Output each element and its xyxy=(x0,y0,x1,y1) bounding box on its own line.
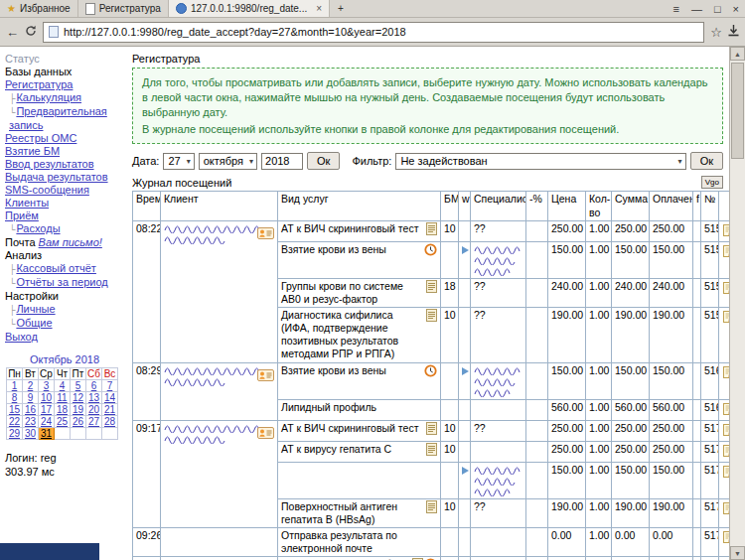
new-tab-button[interactable]: + xyxy=(330,0,352,17)
back-button[interactable]: ← xyxy=(6,26,19,39)
sidebar-item-label[interactable]: Калькуляция xyxy=(16,91,81,103)
calendar-day-cell[interactable]: 28 xyxy=(102,416,118,428)
calendar-day-link[interactable]: 5 xyxy=(75,380,81,391)
day-select[interactable]: 27 ▾ xyxy=(163,153,194,170)
calendar-day-link[interactable]: 26 xyxy=(73,416,83,427)
date-ok-button[interactable]: Ок xyxy=(307,152,340,170)
sidebar-item-label[interactable]: Личные xyxy=(16,303,55,315)
edit-visit-button[interactable] xyxy=(722,464,729,479)
sidebar-item-lichnye[interactable]: ├Личные xyxy=(5,303,124,317)
vgo-button[interactable]: Vgo xyxy=(701,176,723,189)
sidebar-item-label[interactable]: Общие xyxy=(16,317,52,329)
calendar-day-cell[interactable]: 17 xyxy=(39,404,55,416)
sidebar-item-klienty[interactable]: Клиенты xyxy=(5,197,124,210)
calendar-day-cell[interactable]: 11 xyxy=(55,392,71,404)
sidebar-item-vzyatie-bm[interactable]: Взятие БМ xyxy=(5,145,124,158)
calendar-day-link[interactable]: 15 xyxy=(9,404,20,415)
calendar-day-link[interactable]: 12 xyxy=(73,392,83,403)
sidebar-item-otchyoty-za-period[interactable]: └Отчёты за период xyxy=(5,276,124,290)
calendar-day-cell[interactable]: 31 xyxy=(39,428,55,440)
sidebar-item-label[interactable]: Расходы xyxy=(16,222,60,234)
edit-visit-button[interactable] xyxy=(722,309,729,324)
filter-ok-button[interactable]: Ок xyxy=(690,152,723,170)
sidebar-item-rashody[interactable]: └Расходы xyxy=(5,222,124,236)
calendar-day-link[interactable]: 23 xyxy=(25,416,36,427)
sidebar-item-kalkulyaciya[interactable]: ├Калькуляция xyxy=(5,91,124,105)
sidebar-item-vyhod[interactable]: Выход xyxy=(5,331,124,344)
calendar-day-link[interactable]: 14 xyxy=(104,392,115,403)
calendar-day-cell[interactable]: 13 xyxy=(86,392,102,404)
calendar-day-cell[interactable]: 6 xyxy=(86,380,102,392)
calendar-day-link[interactable]: 8 xyxy=(12,392,18,403)
calendar-day-link[interactable]: 9 xyxy=(28,392,34,403)
calendar-day-link[interactable]: 30 xyxy=(25,428,36,439)
calendar-day-link[interactable]: 11 xyxy=(57,392,67,403)
calendar-day-link[interactable]: 2 xyxy=(28,380,34,391)
calendar-day-cell[interactable]: 23 xyxy=(23,416,39,428)
sidebar-item-label[interactable]: SMS-сообщения xyxy=(5,184,89,196)
calendar-day-link[interactable]: 4 xyxy=(60,380,66,391)
edit-visit-button[interactable] xyxy=(722,280,729,295)
sidebar-item-label[interactable]: Клиенты xyxy=(5,197,49,209)
calendar-day-link[interactable]: 3 xyxy=(44,380,50,391)
download-icon[interactable] xyxy=(728,25,739,39)
edit-visit-button[interactable] xyxy=(722,422,729,437)
sidebar-item-label[interactable]: Ввод результатов xyxy=(5,158,94,170)
calendar-day-link[interactable]: 6 xyxy=(91,380,97,391)
sidebar-item-label[interactable]: Реестры ОМС xyxy=(5,132,76,144)
bookmark-star-icon[interactable]: ☆ xyxy=(710,26,722,39)
calendar-day-link[interactable]: 20 xyxy=(88,404,99,415)
calendar-day-link[interactable]: 13 xyxy=(88,392,99,403)
edit-visit-button[interactable] xyxy=(722,222,729,237)
calendar-day-cell[interactable]: 26 xyxy=(71,416,86,428)
vertical-scrollbar[interactable]: ▲ ▼ xyxy=(729,47,745,560)
edit-visit-button[interactable] xyxy=(722,401,729,416)
calendar-day-cell[interactable]: 29 xyxy=(7,428,23,440)
sidebar-item-registratura[interactable]: Регистратура xyxy=(5,78,124,91)
maximize-button[interactable]: □ xyxy=(708,0,727,17)
tab-registratura[interactable]: Регистратура xyxy=(78,0,169,17)
calendar-day-cell[interactable]: 16 xyxy=(23,404,39,416)
calendar-day-link[interactable]: 10 xyxy=(41,392,52,403)
edit-visit-button[interactable] xyxy=(722,443,729,458)
calendar-day-link[interactable]: 27 xyxy=(88,416,99,427)
sidebar-item-label[interactable]: Выдача результатов xyxy=(5,171,108,183)
edit-visit-button[interactable] xyxy=(722,364,729,379)
edit-visit-button[interactable] xyxy=(722,243,729,258)
calendar-day-cell[interactable]: 21 xyxy=(102,404,118,416)
close-tab-icon[interactable]: × xyxy=(316,3,322,14)
calendar-day-link[interactable]: 19 xyxy=(73,404,83,415)
sidebar-item-label[interactable]: Отчёты за период xyxy=(16,276,107,288)
scroll-thumb[interactable] xyxy=(731,63,744,159)
calendar-day-link[interactable]: 21 xyxy=(104,404,115,415)
sidebar-item-label[interactable]: Кассовый отчёт xyxy=(16,262,96,274)
calendar-day-link[interactable]: 28 xyxy=(104,416,115,427)
sidebar-item-vvod-rezultatov[interactable]: Ввод результатов xyxy=(5,158,124,171)
calendar-day-cell[interactable]: 2 xyxy=(23,380,39,392)
calendar-day-cell[interactable]: 15 xyxy=(7,404,23,416)
calendar-day-cell[interactable]: 1 xyxy=(7,380,23,392)
calendar-day-cell[interactable]: 3 xyxy=(39,380,55,392)
calendar-day-cell[interactable]: 20 xyxy=(86,404,102,416)
sidebar-item-sms-soobshcheniya[interactable]: SMS-сообщения xyxy=(5,184,124,197)
calendar-title[interactable]: Октябрь 2018 xyxy=(5,353,124,365)
edit-visit-button[interactable] xyxy=(722,500,729,515)
calendar-day-cell[interactable]: 14 xyxy=(102,392,118,404)
sidebar-item-label[interactable]: Предварительная запись xyxy=(9,105,107,131)
calendar-day-link[interactable]: 1 xyxy=(12,380,18,391)
calendar-day-cell[interactable]: 12 xyxy=(71,392,86,404)
calendar-day-cell[interactable]: 10 xyxy=(39,392,55,404)
edit-visit-button[interactable] xyxy=(722,529,729,544)
client-card-button[interactable] xyxy=(257,422,274,445)
sidebar-item-kassovyj-otchyot[interactable]: ├Кассовый отчёт xyxy=(5,262,124,276)
sidebar-item-predvaritelnaya-zapis[interactable]: └Предварительная запись xyxy=(5,105,124,132)
sidebar-item-label[interactable]: Приём xyxy=(5,210,39,221)
calendar-day-cell[interactable]: 19 xyxy=(71,404,86,416)
reload-button[interactable] xyxy=(25,25,37,39)
calendar-day-cell[interactable]: 25 xyxy=(55,416,71,428)
minimize-button[interactable]: — xyxy=(685,0,708,17)
sidebar-item-obshchie[interactable]: └Общие xyxy=(5,317,124,331)
sidebar-item-priyom[interactable]: Приём xyxy=(5,210,124,222)
calendar-day-cell[interactable]: 4 xyxy=(55,380,71,392)
calendar-day-cell[interactable]: 22 xyxy=(7,416,23,428)
